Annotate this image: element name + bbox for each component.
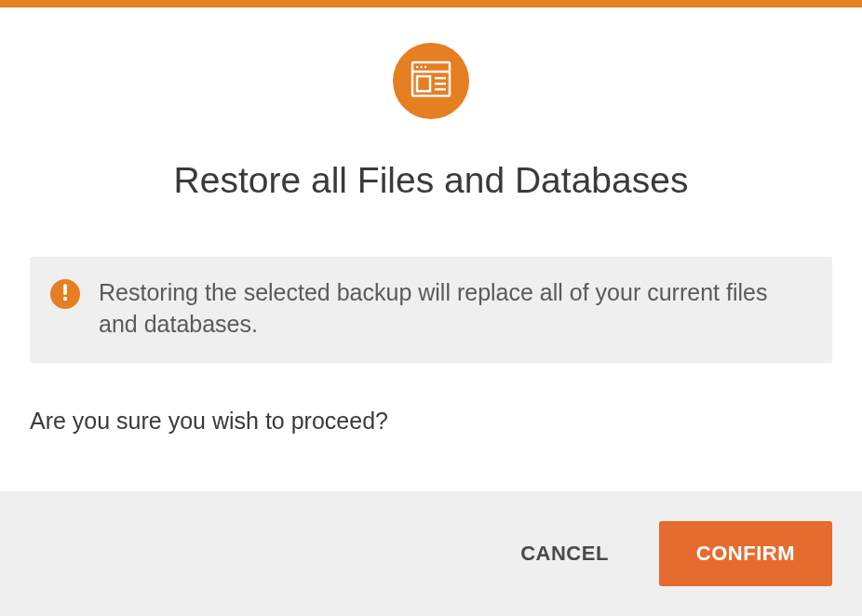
warning-box: Restoring the selected backup will repla… xyxy=(30,257,832,363)
svg-point-10 xyxy=(63,297,67,301)
confirm-button[interactable]: CONFIRM xyxy=(659,521,832,586)
warning-icon-circle xyxy=(50,279,80,309)
confirmation-prompt: Are you sure you wish to proceed? xyxy=(30,408,832,435)
exclamation-icon xyxy=(61,283,69,305)
header-icon-circle xyxy=(393,43,469,119)
svg-point-3 xyxy=(420,66,422,68)
svg-rect-9 xyxy=(63,284,67,295)
svg-point-2 xyxy=(416,66,418,68)
warning-message: Restoring the selected backup will repla… xyxy=(99,277,806,341)
cancel-button[interactable]: CANCEL xyxy=(513,527,616,581)
svg-point-4 xyxy=(424,66,426,68)
dialog-title: Restore all Files and Databases xyxy=(0,160,862,201)
dialog-top-accent-bar xyxy=(0,0,862,7)
browser-window-icon xyxy=(411,60,451,101)
dialog-content: Restore all Files and Databases Restorin… xyxy=(0,7,862,616)
svg-rect-5 xyxy=(417,76,430,91)
spacer xyxy=(0,435,862,492)
dialog-footer: CANCEL CONFIRM xyxy=(0,491,862,616)
header-icon-wrapper xyxy=(0,43,862,119)
